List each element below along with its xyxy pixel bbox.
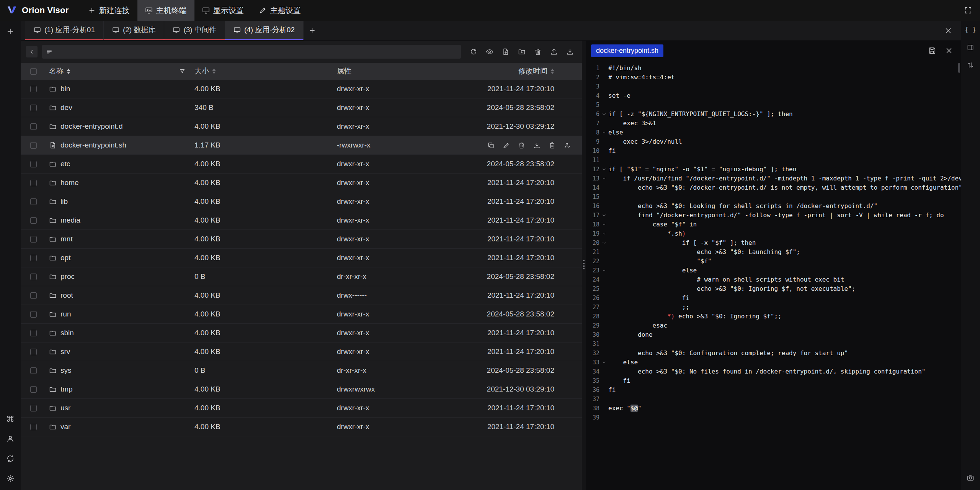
file-row-srv[interactable]: srv4.00 KBdrwxr-xr-x2021-11-24 17:20:10 — [21, 343, 582, 361]
file-row-docker-entrypoint.d[interactable]: docker-entrypoint.d4.00 KBdrwxr-xr-x2021… — [21, 117, 582, 136]
tab-4[interactable]: (4) 应用-分析02 — [225, 21, 304, 40]
row-checkbox[interactable] — [30, 292, 37, 299]
tab-1[interactable]: (1) 应用-分析01 — [25, 21, 104, 40]
download-button[interactable] — [564, 45, 577, 58]
row-checkbox[interactable] — [30, 424, 37, 430]
new-folder-button[interactable] — [515, 45, 528, 58]
fold-icon[interactable] — [599, 130, 608, 135]
tab-3[interactable]: (3) 中间件 — [164, 21, 225, 40]
row-checkbox[interactable] — [30, 180, 37, 186]
code-line: 15 — [586, 192, 961, 202]
file-row-var[interactable]: var4.00 KBdrwxr-xr-x2021-11-24 17:20:10 — [21, 418, 582, 436]
select-all-checkbox[interactable] — [30, 68, 37, 75]
filter-name-icon[interactable] — [179, 68, 185, 74]
nav-item-new-connection[interactable]: 新建连接 — [80, 0, 137, 21]
close-all-tabs-button[interactable] — [941, 23, 956, 38]
profile-button[interactable] — [2, 431, 18, 446]
row-checkbox[interactable] — [30, 330, 37, 336]
shortcut-button[interactable] — [2, 411, 18, 426]
row-checkbox[interactable] — [30, 161, 37, 167]
delete-icon[interactable] — [518, 142, 525, 149]
file-size: 4.00 KB — [191, 418, 334, 436]
fold-icon[interactable] — [599, 176, 608, 181]
snippets-button[interactable]: { } — [963, 23, 978, 37]
file-row-usr[interactable]: usr4.00 KBdrwxr-xr-x2021-11-24 17:20:10 — [21, 399, 582, 418]
sort-name-icon[interactable] — [67, 69, 70, 74]
terminal-tab-icon — [112, 26, 119, 34]
new-file-button[interactable] — [499, 45, 512, 58]
path-input[interactable] — [56, 48, 457, 56]
row-checkbox[interactable] — [30, 86, 37, 92]
scroll-button[interactable] — [963, 58, 978, 72]
edit-icon[interactable] — [503, 142, 510, 149]
back-button[interactable] — [26, 46, 38, 57]
row-checkbox[interactable] — [30, 405, 37, 411]
refresh-button[interactable] — [467, 45, 480, 58]
row-checkbox[interactable] — [30, 105, 37, 111]
copy-path-icon[interactable] — [549, 142, 556, 149]
sync-button[interactable] — [2, 451, 18, 466]
sort-mtime-icon[interactable] — [550, 69, 554, 74]
code-line: 1#!/bin/sh — [586, 64, 961, 73]
file-row-home[interactable]: home4.00 KBdrwxr-xr-x2021-11-24 17:20:10 — [21, 174, 582, 192]
upload-button[interactable] — [547, 45, 560, 58]
fullscreen-button[interactable] — [961, 3, 975, 18]
panel-splitter[interactable] — [582, 41, 586, 490]
file-row-run[interactable]: run4.00 KBdrwxr-xr-x2024-05-28 23:58:02 — [21, 305, 582, 324]
file-row-docker-entrypoint.sh[interactable]: docker-entrypoint.sh1.17 KB-rwxrwxr-x — [21, 136, 582, 155]
nav-item-display-settings[interactable]: 显示设置 — [194, 0, 252, 21]
fold-icon[interactable] — [599, 268, 608, 273]
file-row-sbin[interactable]: sbin4.00 KBdrwxr-xr-x2021-11-24 17:20:10 — [21, 324, 582, 343]
row-checkbox[interactable] — [30, 367, 37, 374]
fold-icon[interactable] — [599, 222, 608, 227]
new-tab-button[interactable] — [304, 21, 321, 40]
file-row-dev[interactable]: dev340 Bdrwxr-xr-x2024-05-28 23:58:02 — [21, 98, 582, 117]
file-row-etc[interactable]: etc4.00 KBdrwxr-xr-x2024-05-28 23:58:02 — [21, 155, 582, 174]
row-checkbox[interactable] — [30, 311, 37, 318]
row-checkbox[interactable] — [30, 123, 37, 130]
fold-icon[interactable] — [599, 167, 608, 172]
file-row-bin[interactable]: bin4.00 KBdrwxr-xr-x2021-11-24 17:20:10 — [21, 80, 582, 98]
fold-icon[interactable] — [599, 360, 608, 365]
row-checkbox[interactable] — [30, 386, 37, 393]
row-checkbox[interactable] — [30, 349, 37, 355]
row-checkbox[interactable] — [30, 198, 37, 205]
tab-2[interactable]: (2) 数据库 — [104, 21, 165, 40]
row-checkbox[interactable] — [30, 274, 37, 280]
file-row-media[interactable]: media4.00 KBdrwxr-xr-x2021-11-24 17:20:1… — [21, 211, 582, 230]
new-button[interactable] — [2, 24, 18, 39]
editor-scrollbar[interactable] — [958, 63, 960, 73]
settings-button[interactable] — [2, 471, 18, 486]
editor-close-button[interactable] — [942, 43, 956, 58]
duplicate-icon[interactable] — [487, 142, 495, 149]
file-row-sys[interactable]: sys0 Bdr-xr-xr-x2024-05-28 23:58:02 — [21, 361, 582, 380]
fold-icon[interactable] — [599, 213, 608, 218]
download-icon[interactable] — [533, 142, 541, 149]
row-checkbox[interactable] — [30, 236, 37, 243]
sort-size-icon[interactable] — [212, 69, 216, 74]
code-editor[interactable]: 1#!/bin/sh2# vim:sw=4:ts=4:et34set -e56i… — [586, 61, 961, 490]
file-row-root[interactable]: root4.00 KBdrwx------2021-11-24 17:20:10 — [21, 286, 582, 305]
line-number: 31 — [586, 341, 599, 347]
fold-icon[interactable] — [599, 112, 608, 116]
save-button[interactable] — [925, 43, 939, 58]
permission-icon[interactable] — [564, 142, 571, 149]
file-row-proc[interactable]: proc0 Bdr-xr-xr-x2024-05-28 23:58:02 — [21, 267, 582, 286]
braces-icon: { } — [965, 26, 977, 34]
nav-item-host-terminal[interactable]: 主机终端 — [137, 0, 194, 21]
row-checkbox[interactable] — [30, 255, 37, 261]
delete-button[interactable] — [531, 45, 544, 58]
screenshot-button[interactable] — [963, 471, 978, 485]
nav-item-theme-settings[interactable]: 主题设置 — [252, 0, 309, 21]
file-row-tmp[interactable]: tmp4.00 KBdrwxrwxrwx2021-12-30 03:29:10 — [21, 380, 582, 399]
file-row-mnt[interactable]: mnt4.00 KBdrwxr-xr-x2021-11-24 17:20:10 — [21, 230, 582, 249]
fold-icon[interactable] — [599, 241, 608, 245]
panel-layout-button[interactable] — [963, 41, 978, 54]
file-row-lib[interactable]: lib4.00 KBdrwxr-xr-x2021-11-24 17:20:10 — [21, 192, 582, 211]
row-checkbox[interactable] — [30, 217, 37, 224]
preview-button[interactable] — [483, 45, 496, 58]
fold-icon[interactable] — [599, 231, 608, 236]
row-checkbox[interactable] — [30, 142, 37, 149]
code-line: 16 echo >&3 "$0: Looking for shell scrip… — [586, 202, 961, 211]
file-row-opt[interactable]: opt4.00 KBdrwxr-xr-x2021-11-24 17:20:10 — [21, 249, 582, 267]
